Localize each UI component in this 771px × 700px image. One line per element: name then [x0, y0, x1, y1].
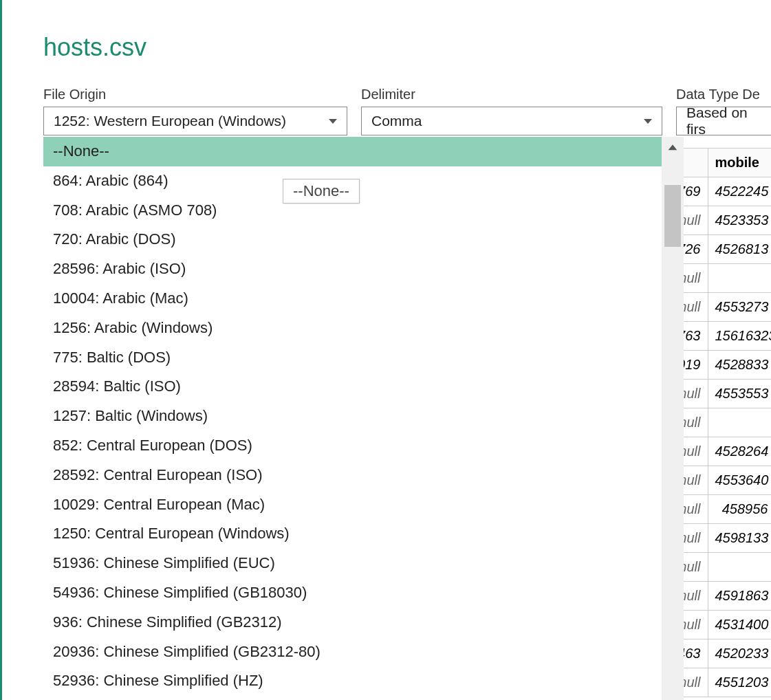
column-header-mobile[interactable]: mobile [708, 149, 771, 177]
cell: 4551203 [708, 668, 771, 697]
cell [708, 553, 771, 582]
scrollbar[interactable] [662, 137, 684, 700]
scroll-up-button[interactable] [662, 137, 684, 159]
file-origin-select[interactable]: 1252: Western European (Windows) [43, 107, 347, 135]
dropdown-item[interactable]: 720: Arabic (DOS) [43, 225, 662, 254]
dropdown-item[interactable]: 28594: Baltic (ISO) [43, 372, 662, 402]
cell: 4520233 [708, 639, 771, 668]
dropdown-item[interactable]: 20936: Chinese Simplified (GB2312-80) [43, 637, 662, 667]
cell: 4528833 [708, 351, 771, 380]
dropdown-item[interactable]: 936: Chinese Simplified (GB2312) [43, 608, 662, 637]
chevron-down-icon [329, 119, 337, 124]
data-type-value: Based on firs [686, 105, 770, 138]
controls-row: File Origin 1252: Western European (Wind… [43, 87, 771, 135]
cell: 4522245 [708, 177, 771, 206]
scroll-thumb[interactable] [664, 185, 681, 247]
dropdown-item[interactable]: 50227: Chinese Simplified (ISO-2022) [43, 696, 662, 700]
cell: 4528264 [708, 437, 771, 466]
cell: 458956 [708, 495, 771, 524]
cell: 4553553 [708, 380, 771, 408]
dropdown-item[interactable]: 10004: Arabic (Mac) [43, 284, 662, 314]
cell: 4553273 [708, 293, 771, 322]
dropdown-item[interactable]: 28596: Arabic (ISO) [43, 254, 662, 284]
dropdown-item[interactable]: 775: Baltic (DOS) [43, 343, 662, 373]
dropdown-item[interactable]: 54936: Chinese Simplified (GB18030) [43, 578, 662, 608]
cell [708, 408, 771, 437]
dropdown-item[interactable]: 852: Central European (DOS) [43, 431, 662, 461]
delimiter-value: Comma [371, 113, 422, 129]
dropdown-item[interactable]: 1250: Central European (Windows) [43, 519, 662, 549]
data-type-label: Data Type De [676, 87, 771, 102]
dropdown-item[interactable]: --None-- [43, 137, 662, 166]
cell: 4591863 [708, 582, 771, 611]
delimiter-label: Delimiter [361, 87, 662, 102]
data-type-select[interactable]: Based on firs [676, 107, 771, 135]
file-origin-label: File Origin [43, 87, 347, 102]
dropdown-item[interactable]: 1256: Arabic (Windows) [43, 314, 662, 343]
file-origin-value: 1252: Western European (Windows) [54, 113, 286, 129]
page-title: hosts.csv [43, 33, 771, 62]
cell: 4523353 [708, 206, 771, 235]
chevron-down-icon [644, 119, 652, 124]
cell: 4526813 [708, 235, 771, 264]
delimiter-select[interactable]: Comma [361, 107, 662, 135]
dropdown-item[interactable]: 28592: Central European (ISO) [43, 461, 662, 490]
cell [708, 264, 771, 293]
cell: 4598133 [708, 524, 771, 553]
file-origin-dropdown[interactable]: --None--864: Arabic (864)708: Arabic (AS… [43, 137, 662, 700]
cell: 15616323 [708, 322, 771, 351]
cell: 4553640 [708, 466, 771, 495]
dropdown-item[interactable]: 52936: Chinese Simplified (HZ) [43, 666, 662, 696]
tooltip: --None-- [283, 179, 360, 204]
dropdown-item[interactable]: 10029: Central European (Mac) [43, 490, 662, 520]
dropdown-item[interactable]: 51936: Chinese Simplified (EUC) [43, 549, 662, 578]
cell: 4531400 [708, 611, 771, 639]
dropdown-item[interactable]: 1257: Baltic (Windows) [43, 402, 662, 431]
